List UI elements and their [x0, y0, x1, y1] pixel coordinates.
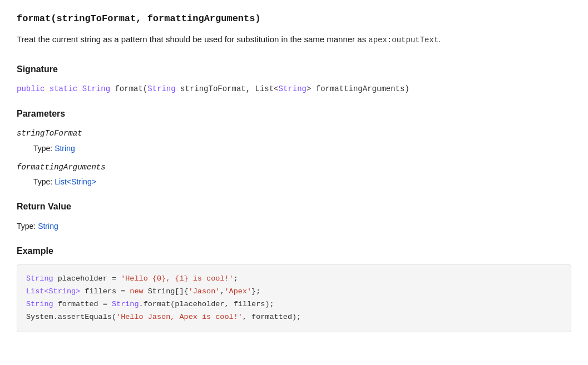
param-name-1: stringToFormat: [17, 127, 571, 139]
code-comma: ,: [220, 287, 224, 296]
code-assert: System.assertEquals(: [26, 313, 116, 321]
code-line-3: String formatted = String.format(placeho…: [26, 298, 562, 311]
code-arr-end: };: [251, 287, 260, 296]
sig-param2: > formattingArguments): [307, 84, 409, 93]
param-type-1: Type: String: [33, 142, 571, 154]
desc-suffix: .: [438, 34, 441, 44]
desc-prefix: Treat the current string as a pattern th…: [17, 34, 368, 44]
signature-code: public static String format(String strin…: [17, 83, 571, 95]
code-method-3: .format(placeholder, fillers);: [139, 300, 274, 308]
param-type-2: Type: List<String>: [33, 176, 571, 188]
signature-heading: Signature: [17, 62, 571, 77]
code-obj-3: String: [112, 300, 139, 308]
return-value-heading: Return Value: [17, 199, 571, 214]
code-type-1: String: [26, 274, 53, 283]
desc-code: apex:outputText: [368, 36, 438, 44]
page-title: format(stringToFormat, formattingArgumen…: [17, 11, 571, 26]
param-name-2: formattingArguments: [17, 161, 571, 173]
code-str-1: 'Hello {0}, {1} is cool!': [121, 274, 234, 283]
title-text: format(stringToFormat, formattingArgumen…: [17, 13, 261, 24]
param-formattingArguments: formattingArguments Type: List<String>: [17, 161, 571, 188]
kw-public: public static: [17, 84, 82, 93]
code-type-2: List<String>: [26, 287, 80, 296]
type-link-2[interactable]: List<String>: [55, 177, 96, 186]
sig-param1: stringToFormat, List<: [176, 84, 279, 93]
type-string-2: String: [147, 84, 175, 93]
return-type-link[interactable]: String: [38, 222, 58, 231]
type-string-3: String: [279, 84, 307, 93]
code-str-4: 'Hello Jason, Apex is cool!': [116, 313, 243, 321]
param-stringToFormat: stringToFormat Type: String: [17, 127, 571, 154]
parameters-heading: Parameters: [17, 107, 571, 121]
example-section: Example String placeholder = 'Hello {0},…: [17, 244, 571, 332]
code-type-3: String: [26, 300, 53, 308]
code-semi-1: ;: [234, 274, 238, 283]
code-var-1: placeholder =: [53, 274, 121, 283]
code-newtype: String[]{: [148, 287, 189, 296]
parameters-section: Parameters stringToFormat Type: String f…: [17, 107, 571, 188]
signature-section: Signature public static String format(St…: [17, 62, 571, 96]
code-line-2: List<String> fillers = new String[]{'Jas…: [26, 286, 562, 298]
type-label-2: Type:: [33, 177, 52, 186]
type-link-1[interactable]: String: [55, 144, 75, 153]
type-string-1: String: [82, 84, 110, 93]
code-str-2a: 'Jason': [189, 287, 220, 296]
example-code-box: String placeholder = 'Hello {0}, {1} is …: [17, 264, 571, 332]
description: Treat the current string as a pattern th…: [17, 33, 571, 46]
return-type-label: Type:: [17, 222, 36, 231]
code-line-4: System.assertEquals('Hello Jason, Apex i…: [26, 311, 562, 324]
code-var-2: fillers =: [80, 287, 130, 296]
code-kw-new: new: [130, 287, 147, 296]
return-type: Type: String: [17, 220, 571, 232]
type-label-1: Type:: [33, 144, 52, 153]
sig-format: format(: [110, 84, 147, 93]
example-heading: Example: [17, 244, 571, 258]
code-str-2b: 'Apex': [225, 287, 252, 296]
code-line-1: String placeholder = 'Hello {0}, {1} is …: [26, 273, 562, 286]
page-container: format(stringToFormat, formattingArgumen…: [17, 11, 571, 332]
return-value-section: Return Value Type: String: [17, 199, 571, 233]
code-var-3: formatted =: [53, 300, 112, 308]
code-assert-end: , formatted);: [243, 313, 301, 321]
